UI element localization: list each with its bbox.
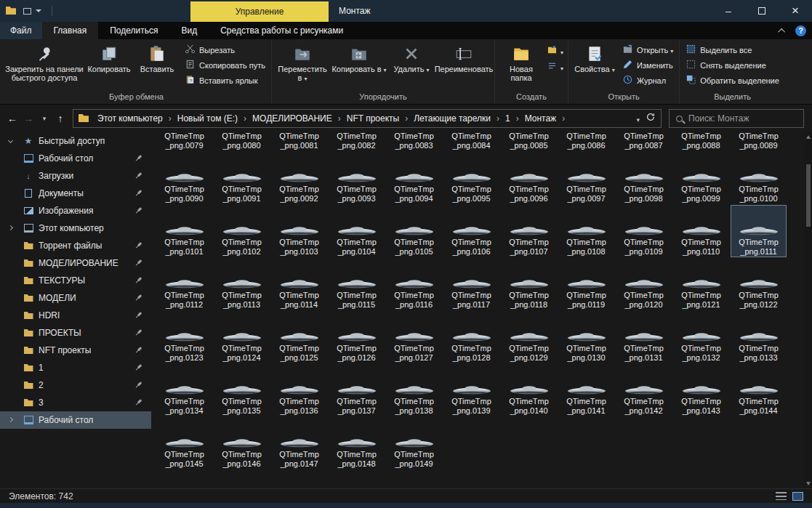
file-item[interactable]: QTimeTmp_png.0123 [156, 311, 212, 363]
open-button[interactable]: Открыть [619, 42, 677, 57]
sidebar-item[interactable]: 2 [0, 376, 151, 394]
file-item[interactable]: QTimeTmp_png.0121 [673, 258, 729, 310]
file-item[interactable]: QTimeTmp_png.0137 [329, 364, 385, 416]
sidebar-item[interactable]: ПРОЕКТЫ [0, 324, 151, 342]
details-view-icon[interactable] [776, 492, 787, 500]
move-to-button[interactable]: Переместить в [274, 41, 331, 84]
sidebar-item[interactable]: Изображения [0, 202, 151, 219]
file-item[interactable]: QTimeTmp_png.0089 [731, 132, 787, 151]
file-item[interactable]: QTimeTmp_png.0149 [386, 417, 442, 469]
scroll-up-arrow-icon[interactable] [806, 135, 811, 139]
breadcrumb-chevron-icon[interactable] [241, 113, 249, 124]
file-item[interactable]: QTimeTmp_png.0085 [501, 132, 557, 151]
breadcrumb-segment[interactable]: Летающие тарелки [410, 113, 494, 124]
file-item[interactable]: QTimeTmp_png.0138 [386, 364, 442, 416]
file-item[interactable]: QTimeTmp_png.0086 [558, 132, 614, 151]
file-item[interactable]: QTimeTmp_png.0120 [616, 258, 672, 310]
file-item[interactable]: QTimeTmp_png.0133 [731, 311, 787, 363]
refresh-icon[interactable] [646, 112, 656, 125]
maximize-button[interactable] [745, 0, 779, 22]
breadcrumb-segment[interactable]: 1 [502, 113, 514, 124]
tab-file[interactable]: Файл [0, 22, 42, 39]
up-button[interactable] [52, 110, 68, 127]
file-item[interactable]: QTimeTmp_png.0141 [558, 364, 614, 416]
breadcrumb-chevron-icon[interactable] [494, 113, 502, 124]
file-item[interactable]: QTimeTmp_png.0105 [386, 205, 442, 257]
file-item[interactable]: QTimeTmp_png.0128 [443, 311, 499, 363]
file-item[interactable]: QTimeTmp_png.0119 [558, 258, 614, 310]
select-none-button[interactable]: Снять выделение [682, 57, 783, 73]
breadcrumb-segment[interactable]: Монтаж [521, 113, 560, 124]
sidebar-item[interactable]: Рабочий стол [0, 411, 151, 429]
file-item[interactable]: QTimeTmp_png.0118 [501, 258, 557, 310]
file-item[interactable]: QTimeTmp_png.0098 [616, 152, 672, 204]
history-button[interactable]: Журнал [619, 73, 677, 88]
scrollbar-thumb[interactable] [806, 164, 811, 227]
copy-to-button[interactable]: Копировать в [331, 41, 387, 75]
sidebar-item[interactable]: МОДЕЛИ [0, 289, 151, 307]
file-item[interactable]: QTimeTmp_png.0125 [271, 311, 327, 363]
rename-button[interactable]: Переименовать [435, 41, 492, 73]
breadcrumb-chevron-icon[interactable] [403, 113, 410, 124]
contextual-tab-header[interactable]: Управление [190, 1, 329, 22]
properties-button[interactable]: Свойства [571, 41, 619, 75]
sidebar-item[interactable]: ТЕКСТУРЫ [0, 272, 151, 289]
new-item-button[interactable] [545, 44, 566, 58]
file-item[interactable]: QTimeTmp_png.0087 [616, 132, 672, 151]
cut-button[interactable]: Вырезать [181, 42, 269, 57]
file-item[interactable]: QTimeTmp_png.0140 [501, 364, 557, 416]
file-item[interactable]: QTimeTmp_png.0131 [616, 311, 672, 363]
file-item[interactable]: QTimeTmp_png.0135 [214, 364, 270, 416]
file-item[interactable]: QTimeTmp_png.0082 [329, 132, 385, 151]
file-item[interactable]: QTimeTmp_png.0106 [443, 205, 499, 257]
qat-customize-chevron-icon[interactable] [36, 9, 41, 12]
pin-to-quick-access-button[interactable]: Закрепить на панели быстрого доступа [4, 41, 85, 82]
sidebar-item[interactable]: NFT проекты [0, 342, 151, 359]
back-button[interactable] [4, 110, 20, 127]
tab-picture-tools[interactable]: Средства работы с рисунками [209, 22, 355, 39]
breadcrumb-chevron-icon[interactable] [514, 113, 521, 124]
file-item[interactable]: QTimeTmp_png.0139 [443, 364, 499, 416]
file-item[interactable]: QTimeTmp_png.0130 [558, 311, 614, 363]
close-button[interactable] [779, 0, 812, 22]
help-icon[interactable] [795, 25, 806, 36]
breadcrumb-segment[interactable]: Этот компьютер [94, 113, 166, 124]
tree-expand-chevron-icon[interactable] [8, 417, 13, 422]
file-item[interactable]: QTimeTmp_png.0122 [731, 258, 787, 310]
paste-button[interactable]: Вставить [133, 41, 181, 73]
breadcrumb-segment[interactable]: NFT проекты [343, 113, 403, 124]
file-item[interactable]: QTimeTmp_png.0088 [673, 132, 729, 151]
file-item[interactable]: QTimeTmp_png.0090 [156, 152, 212, 204]
recent-locations-chevron-icon[interactable] [36, 110, 52, 127]
file-item[interactable]: QTimeTmp_png.0110 [673, 205, 729, 257]
file-item[interactable]: QTimeTmp_png.0079 [156, 132, 212, 151]
file-item[interactable]: QTimeTmp_png.0142 [616, 364, 672, 416]
vertical-scrollbar[interactable] [805, 132, 812, 488]
file-item[interactable]: QTimeTmp_png.0100 [731, 152, 787, 204]
sidebar-item[interactable]: МОДЕЛИРОВАНИЕ [0, 254, 151, 272]
file-item[interactable]: QTimeTmp_png.0112 [156, 258, 212, 310]
address-bar[interactable]: Этот компьютерНовый том (E:)МОДЕЛИРОВАНИ… [73, 109, 662, 128]
sidebar-item[interactable]: Торрент файлы [0, 237, 151, 254]
file-item[interactable]: QTimeTmp_png.0115 [329, 258, 385, 310]
file-item[interactable]: QTimeTmp_png.0111 [731, 205, 787, 257]
sidebar-item[interactable]: Документы [0, 185, 151, 202]
file-item[interactable]: QTimeTmp_png.0132 [673, 311, 729, 363]
forward-button[interactable] [20, 110, 36, 127]
sidebar-item[interactable]: Этот компьютер [0, 219, 151, 237]
minimize-button[interactable] [712, 0, 745, 22]
breadcrumb-chevron-icon[interactable] [166, 113, 174, 124]
easy-access-button[interactable] [545, 60, 566, 74]
breadcrumb-segment[interactable]: Новый том (E:) [174, 113, 241, 124]
file-item[interactable]: QTimeTmp_png.0124 [214, 311, 270, 363]
file-item[interactable]: QTimeTmp_png.0113 [214, 258, 270, 310]
file-item[interactable]: QTimeTmp_png.0147 [271, 417, 327, 469]
qat-command-icon[interactable] [23, 8, 31, 15]
collapse-ribbon-icon[interactable] [778, 28, 785, 35]
sidebar-item[interactable]: 3 [0, 394, 151, 411]
tab-view[interactable]: Вид [169, 22, 209, 39]
file-item[interactable]: QTimeTmp_png.0104 [329, 205, 385, 257]
copy-button[interactable]: Копировать [85, 41, 133, 73]
scroll-down-arrow-icon[interactable] [806, 482, 811, 485]
file-item[interactable]: QTimeTmp_png.0134 [156, 364, 212, 416]
